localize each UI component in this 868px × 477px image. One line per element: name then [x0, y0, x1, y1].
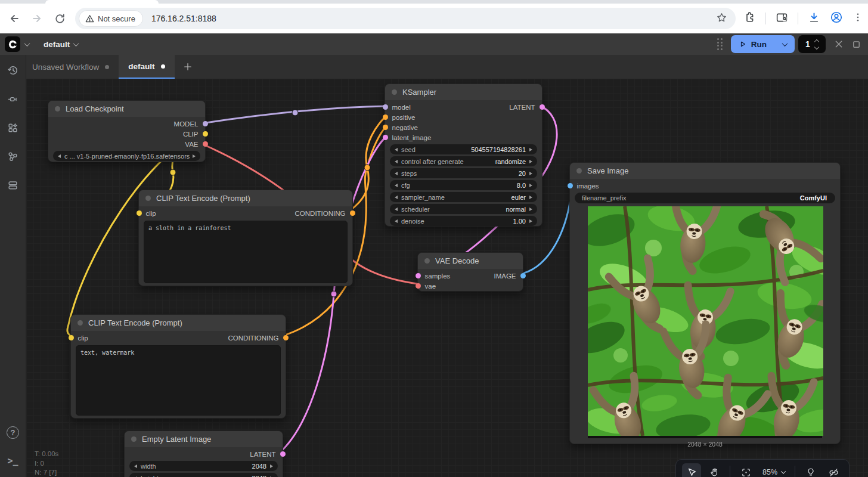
- widget-height[interactable]: height2048: [129, 473, 278, 477]
- node-empty-latent-image[interactable]: Empty Latent Image LATENT width2048 heig…: [124, 430, 283, 477]
- stepper-right-icon[interactable]: [529, 196, 532, 199]
- reload-icon[interactable]: [52, 11, 67, 26]
- output-dot-image[interactable]: [520, 273, 526, 278]
- input-dot-samples[interactable]: [416, 273, 421, 278]
- step-up-icon[interactable]: [814, 39, 819, 44]
- widget-cfg[interactable]: cfg8.0: [390, 180, 537, 190]
- stepper-left-icon[interactable]: [58, 154, 61, 158]
- node-title-bar[interactable]: Save Image: [570, 163, 840, 179]
- url-text[interactable]: 176.16.2.51:8188: [151, 14, 716, 23]
- collapse-dot[interactable]: [392, 89, 397, 95]
- node-title-bar[interactable]: CLIP Text Encode (Prompt): [71, 315, 286, 331]
- widget-steps[interactable]: steps20: [390, 168, 537, 178]
- widget-filename-prefix[interactable]: filename_prefix ComfyUI: [575, 193, 835, 203]
- run-options-chevron[interactable]: [775, 35, 795, 53]
- pan-tool-button[interactable]: [705, 463, 724, 477]
- run-button[interactable]: Run: [731, 35, 795, 53]
- output-dot-latent[interactable]: [280, 451, 286, 457]
- input-dot-vae[interactable]: [416, 283, 421, 289]
- node-title-bar[interactable]: CLIP Text Encode (Prompt): [139, 190, 352, 206]
- forward-icon[interactable]: [30, 11, 44, 26]
- logo-chevron-icon[interactable]: [24, 41, 30, 47]
- node-library-icon[interactable]: [7, 92, 20, 106]
- select-tool-button[interactable]: [682, 463, 701, 477]
- graph-canvas[interactable]: Load Checkpoint MODEL CLIP VAE: [26, 79, 868, 477]
- zoom-level[interactable]: 85%: [762, 468, 777, 476]
- stepper-right-icon[interactable]: [529, 148, 532, 151]
- input-dot-model[interactable]: [383, 104, 388, 110]
- node-vae-decode[interactable]: VAE Decode samples IMAGE vae: [417, 252, 523, 292]
- stepper-left-icon[interactable]: [395, 196, 398, 199]
- model-library-icon[interactable]: [7, 121, 20, 134]
- stepper-right-icon[interactable]: [529, 160, 532, 163]
- node-title-bar[interactable]: VAE Decode: [418, 253, 523, 269]
- batch-count-value[interactable]: 1: [805, 39, 810, 49]
- download-icon[interactable]: [808, 11, 820, 26]
- prompt-textarea[interactable]: a sloth in a rainforest: [144, 221, 348, 283]
- stepper-arrows[interactable]: [815, 40, 819, 49]
- minimap-button[interactable]: [801, 463, 820, 477]
- step-down-icon[interactable]: [814, 44, 819, 49]
- widget-width[interactable]: width2048: [129, 461, 278, 471]
- zoom-control[interactable]: 85%: [759, 468, 789, 476]
- stepper-left-icon[interactable]: [395, 184, 398, 187]
- node-title-bar[interactable]: KSampler: [385, 84, 542, 100]
- input-dot-clip[interactable]: [137, 210, 142, 216]
- widget-seed[interactable]: seed504557194828261: [390, 144, 537, 154]
- back-icon[interactable]: [7, 11, 21, 26]
- close-icon[interactable]: [834, 39, 844, 49]
- workflow-selector[interactable]: default: [44, 40, 78, 49]
- input-dot-latent-image[interactable]: [383, 135, 388, 140]
- collapse-dot[interactable]: [424, 258, 430, 264]
- widget-denoise[interactable]: denoise1.00: [390, 216, 537, 226]
- stepper-left-icon[interactable]: [134, 464, 137, 468]
- stepper-right-icon[interactable]: [529, 207, 532, 211]
- tab-unsaved-workflow[interactable]: Unsaved Workflow: [26, 55, 119, 79]
- node-load-checkpoint[interactable]: Load Checkpoint MODEL CLIP VAE: [48, 100, 206, 162]
- stepper-left-icon[interactable]: [395, 160, 398, 163]
- fit-view-button[interactable]: [736, 463, 755, 477]
- tab-default[interactable]: default: [119, 55, 174, 79]
- queue-history-icon[interactable]: [7, 64, 20, 77]
- node-clip-text-encode-positive[interactable]: CLIP Text Encode (Prompt) clip CONDITION…: [138, 190, 353, 286]
- bookmark-star-icon[interactable]: [716, 12, 727, 26]
- widget-ckpt-name[interactable]: c ... v1-5-pruned-emaonly-fp16.safetenso…: [53, 151, 200, 161]
- profile-icon[interactable]: [830, 11, 843, 26]
- help-icon[interactable]: ?: [7, 426, 19, 439]
- stepper-right-icon[interactable]: [270, 464, 273, 468]
- stepper-left-icon[interactable]: [395, 172, 398, 175]
- collapse-dot[interactable]: [131, 436, 137, 442]
- side-panel-icon[interactable]: [776, 11, 788, 26]
- stepper-right-icon[interactable]: [529, 172, 532, 175]
- output-dot-clip[interactable]: [203, 131, 208, 137]
- input-dot-clip[interactable]: [69, 335, 74, 340]
- stepper-right-icon[interactable]: [193, 154, 196, 158]
- output-dot-model[interactable]: [203, 121, 208, 126]
- security-chip[interactable]: Not secure: [79, 10, 143, 27]
- batch-count-stepper[interactable]: 1: [798, 35, 826, 53]
- address-bar[interactable]: Not secure 176.16.2.51:8188: [75, 8, 736, 29]
- widget-control-after-generate[interactable]: control after generaterandomize: [390, 156, 537, 166]
- image-preview[interactable]: [588, 206, 822, 438]
- node-save-image[interactable]: Save Image images filename_prefix ComfyU…: [569, 162, 841, 444]
- comfyui-logo-icon[interactable]: [5, 36, 20, 52]
- node-ksampler[interactable]: KSampler model LATENT positive negative …: [385, 83, 542, 227]
- menu-kebab-icon[interactable]: [852, 12, 863, 25]
- stepper-left-icon[interactable]: [395, 207, 398, 211]
- input-dot-positive[interactable]: [383, 114, 388, 120]
- stepper-right-icon[interactable]: [529, 219, 532, 223]
- new-tab-button[interactable]: [175, 55, 201, 79]
- node-clip-text-encode-negative[interactable]: CLIP Text Encode (Prompt) clip CONDITION…: [70, 314, 286, 419]
- output-dot-conditioning[interactable]: [283, 335, 289, 340]
- stepper-left-icon[interactable]: [395, 148, 398, 151]
- collapse-dot[interactable]: [576, 168, 582, 174]
- drag-handle-icon[interactable]: [717, 38, 723, 50]
- widget-scheduler[interactable]: schedulernormal: [390, 204, 537, 214]
- collapse-dot[interactable]: [55, 106, 60, 111]
- node-title-bar[interactable]: Load Checkpoint: [48, 101, 205, 117]
- output-dot-conditioning[interactable]: [350, 210, 355, 216]
- collapse-dot[interactable]: [145, 196, 151, 201]
- run-button-main[interactable]: Run: [731, 40, 775, 49]
- maximize-icon[interactable]: [852, 40, 861, 49]
- output-dot-vae[interactable]: [203, 141, 208, 147]
